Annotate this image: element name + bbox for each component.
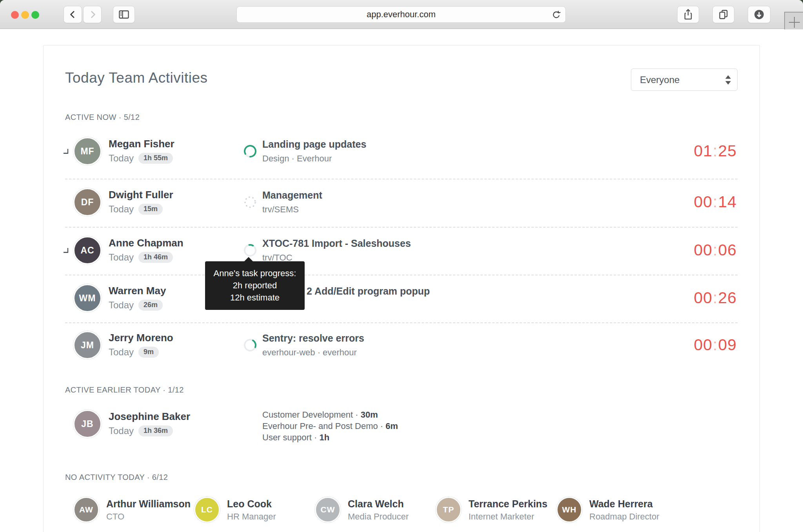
- forward-icon: [87, 9, 98, 20]
- earlier-task-list: Customer Development · 30m Everhour Pre-…: [262, 409, 398, 443]
- avatar[interactable]: TP: [436, 497, 461, 523]
- avatar[interactable]: MF: [73, 137, 102, 165]
- member-name: Warren May: [109, 285, 166, 297]
- task-title[interactable]: Management: [262, 190, 322, 201]
- time-badge: 1h 36m: [138, 425, 173, 436]
- avatar[interactable]: AC: [73, 236, 102, 264]
- sidebar-toggle-button[interactable]: [113, 6, 135, 23]
- avatar[interactable]: DF: [73, 188, 102, 216]
- task-project: Design · Everhour: [262, 154, 332, 164]
- browser-window: app.everhour.com: [0, 0, 803, 532]
- member-name: Leo Cook: [227, 498, 272, 510]
- team-filter-value: Everyone: [640, 74, 679, 85]
- back-icon: [68, 9, 78, 20]
- member-role: Media Producer: [348, 512, 409, 522]
- section-no-activity: NO ACTIVITY TODAY · 6/12: [65, 473, 168, 482]
- task-project: everhour-web · everhour: [262, 347, 357, 358]
- expand-chevron-icon[interactable]: [62, 148, 70, 156]
- date-label: Today: [109, 153, 134, 164]
- member-name: Wade Herrera: [589, 498, 653, 510]
- running-timer: 00:06: [694, 241, 737, 259]
- running-timer: 00:26: [694, 289, 737, 307]
- avatar[interactable]: WM: [73, 284, 102, 312]
- tabs-icon: [718, 9, 729, 20]
- running-timer: 01:25: [694, 142, 737, 160]
- member-role: CTO: [106, 512, 124, 522]
- avatar[interactable]: JM: [73, 331, 102, 359]
- minimize-window-button[interactable]: [21, 11, 29, 19]
- team-activities-card: Today Team Activities Everyone ACTIVE NO…: [43, 45, 760, 532]
- row-separator: [65, 275, 738, 275]
- share-icon: [683, 9, 694, 20]
- row-separator: [65, 322, 738, 323]
- section-active-earlier: ACTIVE EARLIER TODAY · 1/12: [65, 385, 184, 394]
- running-timer: 00:14: [694, 193, 737, 211]
- avatar[interactable]: LC: [194, 497, 220, 523]
- task-title[interactable]: 2 Add/Edit program popup: [307, 286, 430, 297]
- tab-overview-button[interactable]: [712, 6, 734, 23]
- avatar[interactable]: AW: [73, 497, 99, 523]
- member-name: Arthur Williamson: [106, 498, 191, 510]
- earlier-task-line[interactable]: Customer Development · 30m: [262, 409, 398, 420]
- idle-spinner-icon: [243, 195, 257, 209]
- close-window-button[interactable]: [11, 11, 19, 19]
- date-label: Today: [109, 252, 134, 263]
- time-badge: 15m: [138, 204, 163, 215]
- task-project: trv/SEMS: [262, 204, 299, 215]
- member-name: Josephine Baker: [109, 411, 190, 423]
- tooltip-line: 2h reported: [209, 279, 301, 291]
- expand-chevron-icon[interactable]: [62, 247, 70, 255]
- member-name: Jerry Moreno: [109, 332, 173, 344]
- task-title[interactable]: XTOC-781 Import - Saleshouses: [262, 238, 411, 249]
- row-separator: [65, 179, 738, 179]
- member-role: Internet Marketer: [469, 512, 534, 522]
- select-arrows-icon: [725, 74, 731, 85]
- task-title[interactable]: Sentry: resolve errors: [262, 333, 364, 344]
- task-progress-icon: [243, 338, 257, 352]
- time-badge: 1h 46m: [138, 252, 173, 263]
- downloads-button[interactable]: [748, 6, 770, 23]
- time-badge: 1h 55m: [138, 153, 173, 164]
- share-button[interactable]: [677, 6, 699, 23]
- date-label: Today: [109, 425, 134, 436]
- avatar[interactable]: CW: [315, 497, 341, 523]
- download-icon: [753, 9, 765, 20]
- task-title[interactable]: Landing page updates: [262, 139, 366, 150]
- time-badge: 9m: [138, 347, 159, 358]
- member-name: Terrance Perkins: [469, 498, 547, 510]
- avatar[interactable]: WH: [556, 497, 582, 523]
- member-name: Megan Fisher: [109, 138, 174, 150]
- task-progress-icon: [243, 244, 257, 257]
- date-label: Today: [109, 300, 134, 311]
- team-filter-select[interactable]: Everyone: [631, 69, 738, 91]
- member-name: Anne Chapman: [109, 237, 183, 249]
- section-active-now: ACTIVE NOW · 5/12: [65, 113, 140, 122]
- member-role: HR Manager: [227, 512, 276, 522]
- row-separator: [65, 227, 738, 228]
- member-name: Clara Welch: [348, 498, 404, 510]
- running-timer: 00:09: [694, 336, 737, 354]
- page-title: Today Team Activities: [65, 70, 208, 86]
- time-badge: 26m: [138, 300, 163, 311]
- date-label: Today: [109, 347, 134, 358]
- task-progress-tooltip: Anne's task progress: 2h reported 12h es…: [205, 261, 305, 310]
- forward-button[interactable]: [83, 6, 102, 23]
- reload-button[interactable]: [551, 10, 561, 22]
- sidebar-icon: [118, 9, 130, 20]
- tooltip-line: 12h estimate: [209, 291, 301, 304]
- browser-chrome: app.everhour.com: [0, 0, 803, 29]
- back-button[interactable]: [64, 6, 82, 23]
- earlier-task-line[interactable]: Everhour Pre- and Post Demo · 6m: [262, 420, 398, 432]
- earlier-task-line[interactable]: User support · 1h: [262, 432, 398, 443]
- address-bar[interactable]: app.everhour.com: [236, 6, 566, 23]
- avatar[interactable]: JB: [73, 410, 102, 438]
- tooltip-line: Anne's task progress:: [209, 267, 301, 279]
- member-role: Roadmap Director: [589, 512, 659, 522]
- timer-spinner-icon: [243, 145, 257, 158]
- maximize-window-button[interactable]: [31, 11, 39, 19]
- page-content: Today Team Activities Everyone ACTIVE NO…: [0, 29, 803, 532]
- reload-icon: [551, 10, 561, 20]
- member-name: Dwight Fuller: [109, 189, 173, 201]
- url-text: app.everhour.com: [367, 9, 436, 20]
- date-label: Today: [109, 204, 134, 215]
